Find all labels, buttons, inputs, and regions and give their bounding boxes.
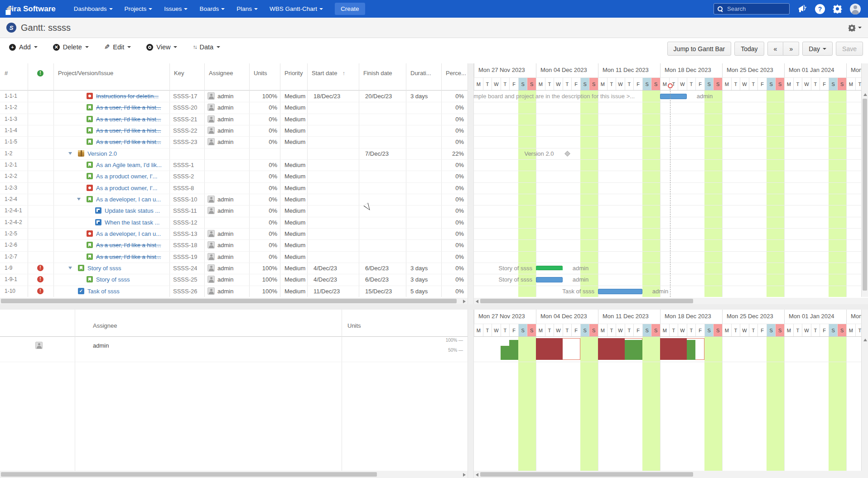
resource-chart-hscrollbar[interactable] (474, 471, 868, 478)
column-header-priority[interactable]: Priority (285, 70, 303, 76)
column-header-units[interactable]: Units (254, 70, 267, 76)
column-header-num[interactable]: # (5, 70, 8, 76)
error-status-icon[interactable]: ! (37, 265, 43, 271)
column-header-key[interactable]: Key (174, 70, 184, 76)
load-histogram-bar[interactable] (501, 346, 510, 360)
collapse-arrow-icon[interactable] (68, 152, 72, 155)
issue-link[interactable]: As an Agile team, I'd lik... (96, 159, 168, 171)
issue-link[interactable]: As a user, I'd like a hist... (96, 125, 168, 136)
table-row[interactable]: 1-2-2As a product owner, I'...SSSS-20%Me… (0, 171, 468, 182)
issue-link[interactable]: As a product owner, I'... (96, 171, 168, 182)
issue-link[interactable]: As a user, I'd like a hist... (96, 102, 168, 113)
load-histogram-bar[interactable] (625, 340, 642, 360)
table-row[interactable]: 1-2Version 2.07/Dec/2322% (0, 148, 468, 159)
issue-link[interactable]: Instructions for deletin... (96, 91, 168, 102)
jump-to-gantt-bar-button[interactable]: Jump to Gantt Bar (667, 42, 732, 56)
issue-link[interactable]: As a user, I'd like a hist... (96, 251, 168, 263)
table-row[interactable]: 1-1-3As a user, I'd like a hist...SSSS-2… (0, 114, 468, 125)
scroll-right-arrow-icon[interactable] (463, 300, 466, 303)
today-marker-icon[interactable] (668, 83, 673, 88)
table-row[interactable]: 1-2-4-2When the last task ...SSSS-120%Me… (0, 217, 468, 228)
search-box[interactable] (714, 3, 790, 14)
admin-gear-icon[interactable] (833, 4, 842, 14)
help-icon[interactable]: ? (815, 4, 825, 14)
summary-bar[interactable] (536, 266, 563, 270)
scroll-left-arrow-icon[interactable] (476, 473, 478, 477)
table-row[interactable]: 1-1-2As a user, I'd like a hist...SSSS-2… (0, 102, 468, 113)
gantt-hscrollbar[interactable] (474, 298, 868, 304)
table-row[interactable]: 1-2-4-1Update task status ...SSSS-11admi… (0, 205, 468, 216)
resource-table-hscrollbar[interactable] (0, 471, 468, 478)
task-bar[interactable] (660, 94, 687, 99)
issue-link[interactable]: As a developer, I can u... (96, 228, 168, 239)
jira-logo[interactable]: ◆ Jira Software (7, 5, 56, 14)
collapse-arrow-icon[interactable] (77, 198, 81, 201)
scroll-up-arrow-icon[interactable] (863, 339, 867, 341)
megaphone-icon[interactable] (797, 5, 807, 14)
data-menu-button[interactable]: ↑↓Data (193, 43, 220, 51)
scroll-left-arrow-icon[interactable] (476, 300, 478, 303)
table-row[interactable]: 1-9!Story of ssssSSSS-24admin100%Medium4… (0, 263, 468, 274)
column-header-percent[interactable]: Perce... (446, 70, 466, 76)
task-bar[interactable] (536, 277, 563, 282)
issue-link[interactable]: Story of ssss (87, 263, 168, 274)
table-row[interactable]: 1-1-4As a user, I'd like a hist...SSSS-2… (0, 125, 468, 136)
table-row[interactable]: 1-2-7As a user, I'd like a hist...SSSS-1… (0, 251, 468, 263)
user-avatar[interactable] (850, 4, 861, 14)
table-row[interactable]: 1-2-4As a developer, I can u...SSSS-10ad… (0, 194, 468, 205)
table-row[interactable]: 1-2-6As a user, I'd like a hist...SSSS-1… (0, 239, 468, 251)
column-header-finish[interactable]: Finish date (363, 70, 392, 76)
overload-histogram-bar[interactable] (536, 338, 563, 360)
error-status-icon[interactable]: ! (37, 288, 43, 294)
table-row[interactable]: 1-10!✓Task of ssssSSSS-26admin100%Medium… (0, 286, 468, 297)
overload-histogram-bar[interactable] (598, 338, 625, 360)
version-link[interactable]: Version 2.0 (87, 148, 168, 159)
table-row[interactable]: 1-2-1As an Agile team, I'd lik...SSSS-10… (0, 159, 468, 171)
resource-row[interactable]: admin (0, 337, 468, 362)
issue-link[interactable]: As a user, I'd like a hist... (96, 239, 168, 251)
column-header-assignee[interactable]: Assignee (209, 70, 233, 76)
gantt-vscrollbar[interactable] (861, 63, 868, 297)
version-milestone-diamond[interactable] (565, 151, 571, 157)
resource-chart-vscrollbar[interactable] (861, 310, 868, 471)
nav-item-wbs-gantt-chart[interactable]: WBS Gantt-Chart (270, 5, 323, 12)
today-button[interactable]: Today (734, 42, 764, 56)
edit-menu-button[interactable]: ✎Edit (104, 43, 131, 51)
nav-item-boards[interactable]: Boards (199, 5, 225, 12)
task-bar[interactable] (598, 289, 642, 294)
collapse-arrow-icon[interactable] (68, 267, 72, 269)
settings-gear-button[interactable] (848, 24, 862, 32)
scroll-up-arrow-icon[interactable] (863, 93, 867, 96)
error-status-icon[interactable]: ! (37, 276, 43, 282)
issue-link[interactable]: When the last task ... (105, 217, 168, 228)
nav-item-issues[interactable]: Issues (164, 5, 188, 12)
table-row[interactable]: 1-1-1Instructions for deletin...SSSS-17a… (0, 91, 468, 102)
load-histogram-bar[interactable] (509, 340, 518, 360)
view-menu-button[interactable]: View (146, 43, 177, 51)
load-histogram-bar[interactable] (687, 340, 696, 360)
table-row[interactable]: 1-2-5As a developer, I can u...SSSS-13ad… (0, 228, 468, 239)
issue-link[interactable]: As a user, I'd like a hist... (96, 136, 168, 148)
timescale-button[interactable]: Day (802, 42, 833, 56)
table-row[interactable]: 1-1-5As a user, I'd like a hist...SSSS-2… (0, 136, 468, 148)
column-header-units[interactable]: Units (347, 322, 361, 329)
scroll-right-arrow-icon[interactable] (463, 473, 466, 477)
add-menu-button[interactable]: +Add (9, 43, 38, 51)
table-hscrollbar[interactable] (0, 298, 468, 304)
issue-link[interactable]: Story of ssss (96, 274, 168, 285)
table-row[interactable]: 1-2-3As a product owner, I'...SSSS-80%Me… (0, 182, 468, 194)
issue-link[interactable]: Update task status ... (105, 205, 168, 216)
column-header-title[interactable]: Project/Version/Issue (58, 70, 113, 76)
search-input[interactable] (726, 5, 782, 13)
issue-link[interactable]: Task of ssss (87, 286, 168, 297)
issue-link[interactable]: As a user, I'd like a hist... (96, 114, 168, 125)
table-row[interactable]: 1-9-1!Story of ssssSSSS-25admin100%Mediu… (0, 274, 468, 285)
save-button[interactable]: Save (836, 42, 863, 56)
scroll-left-button[interactable]: « (767, 42, 784, 56)
delete-menu-button[interactable]: ✕Delete (53, 43, 89, 51)
issue-link[interactable]: As a developer, I can u... (96, 194, 168, 205)
nav-item-dashboards[interactable]: Dashboards (74, 5, 113, 12)
column-header-start[interactable]: Start date ↑ (312, 70, 345, 76)
pane-splitter[interactable] (468, 63, 474, 478)
create-button[interactable]: Create (335, 3, 365, 15)
